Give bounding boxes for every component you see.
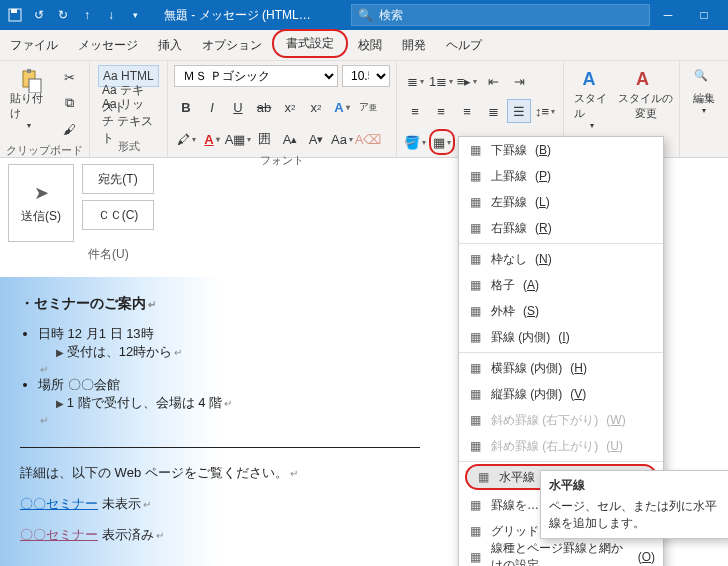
subscript-button[interactable]: x2 [278, 95, 302, 119]
size-select[interactable]: 10.5 [342, 65, 390, 87]
clear-format-button[interactable]: A⌫ [356, 127, 380, 151]
border-menu-item[interactable]: ▦線種とページ罫線と網かけの設定(O) [459, 544, 663, 566]
format-rich-button[interactable]: Aa リッチ テキスト [98, 111, 159, 131]
align-right-button[interactable]: ≡ [455, 99, 479, 123]
distribute-button[interactable]: ☰ [507, 99, 531, 123]
format-painter-button[interactable]: 🖌 [57, 117, 81, 141]
edit-button[interactable]: 🔍 編集 ▾ [686, 65, 722, 117]
quick-access-toolbar: ↺ ↻ ↑ ↓ ▾ [6, 6, 144, 24]
shrink-font-button[interactable]: A▾ [304, 127, 328, 151]
tab-options[interactable]: オプション [192, 31, 272, 60]
line-spacing-button[interactable]: ↕≡ [533, 99, 557, 123]
link-seminar-1[interactable]: 〇〇セミナー [20, 496, 98, 511]
italic-button[interactable]: I [200, 95, 224, 119]
minimize-button[interactable]: ─ [650, 0, 686, 30]
qat-customize-icon[interactable]: ▾ [126, 6, 144, 24]
border-icon: ▦ [467, 303, 483, 319]
border-menu-item[interactable]: ▦下罫線(B) [459, 137, 663, 163]
to-button[interactable]: 宛先(T) [82, 164, 154, 194]
group-label: 形式 [96, 137, 161, 157]
tab-file[interactable]: ファイル [0, 31, 68, 60]
enclosed-char-button[interactable]: 囲 [252, 127, 276, 151]
underline-button[interactable]: U [226, 95, 250, 119]
shading-button[interactable]: 🪣 [403, 130, 427, 154]
link-seminar-2[interactable]: 〇〇セミナー [20, 527, 98, 542]
maximize-button[interactable]: □ [686, 0, 722, 30]
border-menu-item[interactable]: ▦右罫線(R) [459, 215, 663, 241]
border-icon: ▦ [475, 469, 491, 485]
border-menu-item[interactable]: ▦左罫線(L) [459, 189, 663, 215]
border-menu-item: ▦斜め罫線 (右上がり)(U) [459, 433, 663, 459]
font-color-button[interactable]: A [200, 127, 224, 151]
tab-insert[interactable]: 挿入 [148, 31, 192, 60]
cc-button[interactable]: ＣＣ(C) [82, 200, 154, 230]
grow-font-button[interactable]: A▴ [278, 127, 302, 151]
tab-help[interactable]: ヘルプ [436, 31, 492, 60]
search-placeholder: 検索 [379, 7, 403, 24]
bold-button[interactable]: B [174, 95, 198, 119]
border-menu-item[interactable]: ▦横罫線 (内側)(H) [459, 355, 663, 381]
border-icon: ▦ [467, 523, 483, 539]
cut-button[interactable]: ✂ [57, 65, 81, 89]
bullet-list-button[interactable]: ≣ [403, 69, 427, 93]
change-styles-button[interactable]: A スタイルの 変更 [619, 65, 673, 123]
group-format: Aa HTML Aa テキスト Aa リッチ テキスト 形式 [90, 61, 168, 157]
align-left-button[interactable]: ≡ [403, 99, 427, 123]
send-button[interactable]: ➤ 送信(S) [8, 164, 74, 242]
save-icon[interactable] [6, 6, 24, 24]
change-case-button[interactable]: Aa [330, 127, 354, 151]
undo-icon[interactable]: ↺ [30, 6, 48, 24]
tab-review[interactable]: 校閲 [348, 31, 392, 60]
redo-icon[interactable]: ↻ [54, 6, 72, 24]
tooltip-title: 水平線 [549, 477, 725, 494]
border-menu-item[interactable]: ▦枠なし(N) [459, 246, 663, 272]
search-icon: 🔍 [358, 8, 373, 22]
border-icon: ▦ [467, 412, 483, 428]
paste-icon [19, 69, 39, 89]
multilevel-list-button[interactable]: ≡▸ [455, 69, 479, 93]
up-arrow-icon[interactable]: ↑ [78, 6, 96, 24]
strike-button[interactable]: ab [252, 95, 276, 119]
search-box[interactable]: 🔍 検索 [351, 4, 650, 26]
borders-button[interactable]: ▦ [429, 129, 455, 155]
border-menu-item[interactable]: ▦罫線 (内側)(I) [459, 324, 663, 350]
tab-developer[interactable]: 開発 [392, 31, 436, 60]
outdent-button[interactable]: ⇤ [481, 69, 505, 93]
paste-button[interactable]: 貼り付け ▾ [6, 65, 51, 132]
styles-button[interactable]: A スタイル ▾ [570, 65, 615, 132]
title-bar: ↺ ↻ ↑ ↓ ▾ 無題 - メッセージ (HTML… 🔍 検索 ─ □ [0, 0, 728, 30]
svg-rect-1 [11, 9, 17, 13]
group-edit: 🔍 編集 ▾ [680, 61, 728, 157]
group-clipboard: 貼り付け ▾ ✂ ⧉ 🖌 クリップボード [0, 61, 90, 157]
border-menu-item[interactable]: ▦外枠(S) [459, 298, 663, 324]
change-styles-icon: A [636, 69, 656, 89]
send-icon: ➤ [34, 182, 49, 204]
border-icon: ▦ [467, 194, 483, 210]
font-select[interactable]: ＭＳ Ｐゴシック [174, 65, 338, 87]
border-menu-item[interactable]: ▦縦罫線 (内側)(V) [459, 381, 663, 407]
group-label: フォント [174, 151, 390, 171]
border-menu-item[interactable]: ▦格子(A) [459, 272, 663, 298]
border-menu-item[interactable]: ▦上罫線(P) [459, 163, 663, 189]
ruby-button[interactable]: ア亜 [356, 95, 380, 119]
down-arrow-icon[interactable]: ↓ [102, 6, 120, 24]
tab-format[interactable]: 書式設定 [272, 29, 348, 58]
border-icon: ▦ [467, 220, 483, 236]
tooltip: 水平線 ページ、セル、または列に水平線を追加します。 [540, 470, 728, 539]
justify-button[interactable]: ≣ [481, 99, 505, 123]
text-effects-button[interactable]: A [330, 95, 354, 119]
char-shade-button[interactable]: A▦ [226, 127, 250, 151]
superscript-button[interactable]: x2 [304, 95, 328, 119]
copy-button[interactable]: ⧉ [57, 91, 81, 115]
group-font: ＭＳ Ｐゴシック 10.5 B I U ab x2 x2 A ア亜 🖍 A A▦… [168, 61, 397, 157]
border-icon: ▦ [467, 168, 483, 184]
border-menu-item: ▦斜め罫線 (右下がり)(W) [459, 407, 663, 433]
svg-rect-3 [27, 69, 31, 73]
ribbon-tabs: ファイル メッセージ 挿入 オプション 書式設定 校閲 開発 ヘルプ [0, 30, 728, 61]
tab-message[interactable]: メッセージ [68, 31, 148, 60]
tooltip-body: ページ、セル、または列に水平線を追加します。 [549, 498, 725, 532]
align-center-button[interactable]: ≡ [429, 99, 453, 123]
indent-button[interactable]: ⇥ [507, 69, 531, 93]
number-list-button[interactable]: 1≣ [429, 69, 453, 93]
highlight-button[interactable]: 🖍 [174, 127, 198, 151]
